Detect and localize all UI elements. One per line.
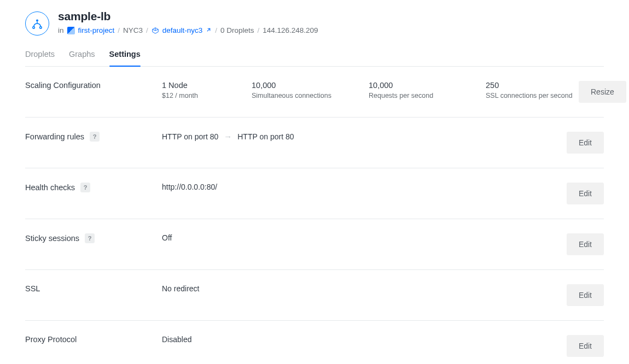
tab-droplets[interactable]: Droplets [25,50,55,66]
tabs: Droplets Graphs Settings [25,50,604,67]
help-icon[interactable]: ? [90,132,100,142]
breadcrumb-project-link[interactable]: first-project [78,26,115,34]
edit-forwarding-button[interactable]: Edit [567,132,604,154]
ssl-label: SSL [25,284,40,293]
edit-proxy-button[interactable]: Edit [567,335,604,357]
row-scaling: Scaling Configuration 1 Node $12 / month… [25,67,604,118]
forwarding-from: HTTP on port 80 [162,132,218,141]
svg-point-0 [36,19,38,21]
metric-ssl-cps-value: 250 [486,81,579,90]
svg-point-1 [33,27,35,29]
metric-ssl-cps-sub: SSL connections per second [486,92,579,99]
sticky-value: Off [162,233,172,242]
proxy-label: Proxy Protocol [25,335,77,344]
scaling-label: Scaling Configuration [25,81,101,90]
metric-sim-conn-value: 10,000 [252,81,345,90]
metric-rps-value: 10,000 [369,81,462,90]
row-ssl: SSL No redirect Edit [25,270,604,321]
forwarding-to: HTTP on port 80 [237,132,294,141]
metric-sim-conn: 10,000 Simultaneous connections [252,81,345,99]
breadcrumb-sep: / [257,26,259,34]
breadcrumb: in first-project / NYC3 / default-nyc3 [58,26,318,34]
page-header: sample-lb in first-project / NYC3 / defa… [25,10,604,36]
tab-graphs[interactable]: Graphs [69,50,95,66]
row-health: Health checks ? http://0.0.0.0:80/ Edit [25,168,604,219]
row-sticky: Sticky sessions ? Off Edit [25,219,604,270]
breadcrumb-vpc-link[interactable]: default-nyc3 [162,26,212,34]
metric-nodes-value: 1 Node [162,81,228,90]
ssl-value: No redirect [162,284,199,293]
edit-ssl-button[interactable]: Edit [567,284,604,306]
proxy-value: Disabled [162,335,191,344]
breadcrumb-sep: / [215,26,217,34]
forwarding-label: Forwarding rules [25,132,84,141]
external-link-icon [206,27,212,33]
breadcrumb-sep: / [118,26,120,34]
breadcrumb-vpc-label: default-nyc3 [162,26,203,34]
vpc-icon [152,27,159,34]
metric-rps-sub: Requests per second [369,92,462,99]
project-icon [67,27,75,34]
breadcrumb-droplet-count: 0 Droplets [220,26,254,34]
row-proxy: Proxy Protocol Disabled Edit [25,321,604,364]
breadcrumb-sep: / [146,26,148,34]
help-icon[interactable]: ? [85,233,95,243]
health-value: http://0.0.0.0:80/ [162,183,217,191]
breadcrumb-region: NYC3 [123,26,143,34]
resize-button[interactable]: Resize [579,81,626,103]
health-label: Health checks [25,183,75,192]
breadcrumb-ip: 144.126.248.209 [263,26,318,34]
svg-point-2 [40,27,42,29]
breadcrumb-in: in [58,26,64,34]
load-balancer-icon [25,11,49,36]
arrow-right-icon: → [224,132,232,141]
tab-settings[interactable]: Settings [109,50,141,66]
edit-health-button[interactable]: Edit [567,183,604,204]
metric-ssl-cps: 250 SSL connections per second [486,81,579,99]
metric-rps: 10,000 Requests per second [369,81,462,99]
metric-nodes-sub: $12 / month [162,92,228,99]
edit-sticky-button[interactable]: Edit [567,233,604,255]
sticky-label: Sticky sessions [25,234,79,243]
row-forwarding: Forwarding rules ? HTTP on port 80 → HTT… [25,118,604,168]
metric-sim-conn-sub: Simultaneous connections [252,92,345,99]
page-title: sample-lb [58,10,318,23]
help-icon[interactable]: ? [80,183,90,192]
metric-nodes: 1 Node $12 / month [162,81,228,99]
